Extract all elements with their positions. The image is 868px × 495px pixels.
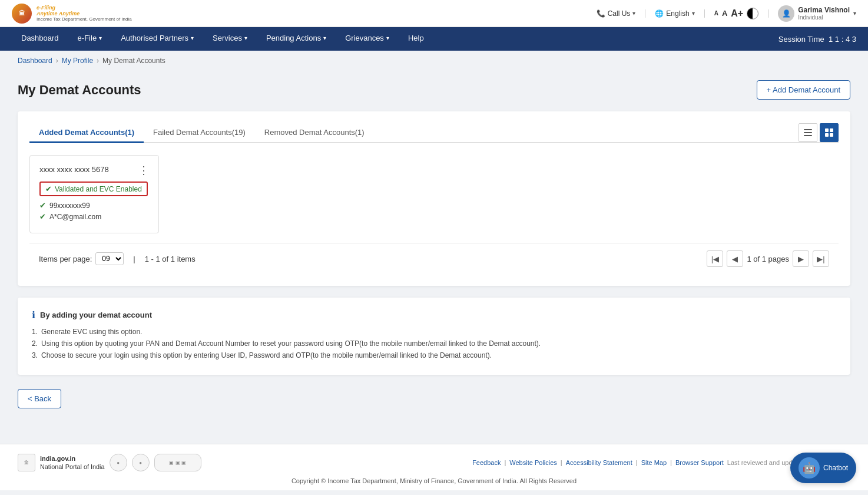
user-name: Garima Vishnoi [798,6,850,14]
items-per-page: Items per page: 09 18 27 [39,252,124,265]
info-box: ℹ By adding your demat account Generate … [18,298,850,375]
sitemap-link[interactable]: Site Map [641,459,667,466]
back-button[interactable]: < Back [18,389,61,408]
feedback-link[interactable]: Feedback [472,459,501,466]
breadcrumb-dashboard[interactable]: Dashboard [18,57,52,65]
lang-chevron-icon: ▾ [692,10,695,16]
avatar: 👤 [778,5,794,22]
list-item: Generate EVC using this option. [32,328,836,336]
footer: 🏛 india.gov.in National Portal of India … [0,444,868,490]
sep2: › [97,57,99,65]
partners-chevron-icon: ▾ [191,35,194,41]
demat-card: xxxx xxxx xxxx 5678 ⋮ ✔ Validated and EV… [29,155,159,233]
add-demat-account-button[interactable]: + Add Demat Account [757,80,850,100]
chatbot-button[interactable]: 🤖 Chatbot [790,453,856,483]
page-info: 1 of 1 pages [747,255,789,263]
nav-authorised-partners[interactable]: Authorised Partners ▾ [111,27,203,51]
grid-view-btn[interactable] [820,123,839,142]
first-page-btn[interactable]: |◀ [707,250,723,267]
info-icon: ℹ [32,309,35,321]
call-us-link[interactable]: 📞 Call Us ▾ [597,9,636,18]
top-bar: 🏛 e-Filing Anytime Anytime Income Tax De… [0,0,868,27]
user-role: Individual [798,14,850,21]
tabs-list: Added Demat Accounts(1) Failed Demat Acc… [29,123,374,142]
tabs-bar: Added Demat Accounts(1) Failed Demat Acc… [29,123,839,143]
range-separator: | [133,255,135,263]
prev-page-btn[interactable]: ◀ [727,250,743,267]
nav-pending-actions[interactable]: Pending Actions ▾ [257,27,336,51]
logo-text: e-Filing Anytime Anytime Income Tax Depa… [37,5,132,22]
divider [645,9,645,18]
nav-dashboard[interactable]: Dashboard [12,27,68,51]
grievances-chevron-icon: ▾ [386,35,389,41]
call-chevron-icon: ▾ [632,10,635,16]
globe-icon: 🌐 [655,9,664,18]
main-content: My Demat Accounts + Add Demat Account Ad… [0,71,868,426]
demat-card-header: xxxx xxxx xxxx 5678 ⋮ [39,165,149,176]
breadcrumb-myprofile[interactable]: My Profile [62,57,93,65]
items-per-page-label: Items per page: [39,255,92,263]
footer-copyright: Copyright © Income Tax Department, Minis… [18,477,850,484]
list-view-btn[interactable] [799,123,817,142]
info-box-header: ℹ By adding your demat account [32,309,836,321]
website-policies-link[interactable]: Website Policies [509,459,557,466]
accessibility-link[interactable]: Accessibility Statement [566,459,632,466]
svg-rect-5 [825,133,829,137]
user-menu[interactable]: 👤 Garima Vishnoi Individual ▾ [778,5,856,22]
efiling-brand: e-Filing Anytime Anytime [37,5,132,16]
list-item: Using this option by quoting your PAN an… [32,339,836,348]
cert-logo3: ▣ ▣ ▣ [154,454,201,471]
contrast-btn[interactable] [747,8,758,19]
pending-chevron-icon: ▾ [323,35,326,41]
font-controls: A A A+ [714,8,759,19]
tab-removed[interactable]: Removed Demat Accounts(1) [255,123,374,143]
india-gov-text: india.gov.in National Portal of India [40,455,105,471]
logo-area: 🏛 e-Filing Anytime Anytime Income Tax De… [12,4,132,24]
svg-rect-2 [804,135,812,136]
range-text: 1 - 1 of 1 items [145,255,196,263]
top-bar-right: 📞 Call Us ▾ 🌐 English ▾ A A A+ 👤 Garima … [597,5,856,22]
divider2 [704,9,705,18]
breadcrumb: Dashboard › My Profile › My Demat Accoun… [0,51,868,71]
more-options-btn[interactable]: ⋮ [138,165,149,176]
last-page-btn[interactable]: ▶| [813,250,829,267]
next-page-btn[interactable]: ▶ [793,250,809,267]
nav-bar: Dashboard e-File ▾ Authorised Partners ▾… [0,27,868,51]
efile-chevron-icon: ▾ [99,35,102,41]
page-header: My Demat Accounts + Add Demat Account [18,80,850,100]
check-icon: ✔ [45,184,52,193]
status-badge: ✔ Validated and EVC Enabled [39,182,148,196]
session-info: Session Time 1 1 : 4 3 [778,35,856,44]
page-title: My Demat Accounts [18,82,141,98]
email-check-icon: ✔ [39,212,46,221]
cert-logo1: ● [110,454,127,471]
svg-rect-3 [825,128,829,132]
language-link[interactable]: 🌐 English ▾ [655,9,694,18]
tab-added[interactable]: Added Demat Accounts(1) [29,123,144,143]
view-toggle [799,123,839,142]
list-item: Choose to secure your login using this o… [32,351,836,359]
cert-logo2: ● [132,454,150,471]
chatbot-label: Chatbot [823,464,848,472]
phone-check-icon: ✔ [39,201,46,210]
per-page-select[interactable]: 09 18 27 [95,252,124,265]
breadcrumb-current: My Demat Accounts [102,57,165,65]
info-box-title: By adding your demat account [40,311,152,319]
nav-services[interactable]: Services ▾ [203,27,257,51]
font-large-btn[interactable]: A+ [731,8,743,19]
demat-accounts-card: Added Demat Accounts(1) Failed Demat Acc… [18,111,850,286]
user-info: Garima Vishnoi Individual [798,6,850,21]
tab-failed[interactable]: Failed Demat Accounts(19) [144,123,255,143]
nav-grievances[interactable]: Grievances ▾ [336,27,399,51]
browser-support-link[interactable]: Browser Support [675,459,724,466]
page-nav: |◀ ◀ 1 of 1 pages ▶ ▶| [707,250,829,267]
info-list: Generate EVC using this option. Using th… [32,328,836,359]
nav-help[interactable]: Help [399,27,433,51]
font-medium-btn[interactable]: A [722,9,727,18]
phone-row: ✔ 99xxxxxxx99 [39,201,149,210]
svg-rect-6 [830,133,833,137]
svg-rect-0 [804,129,812,130]
font-small-btn[interactable]: A [714,10,718,16]
pagination-bar: Items per page: 09 18 27 | 1 - 1 of 1 it… [29,243,839,274]
nav-efile[interactable]: e-File ▾ [68,27,112,51]
